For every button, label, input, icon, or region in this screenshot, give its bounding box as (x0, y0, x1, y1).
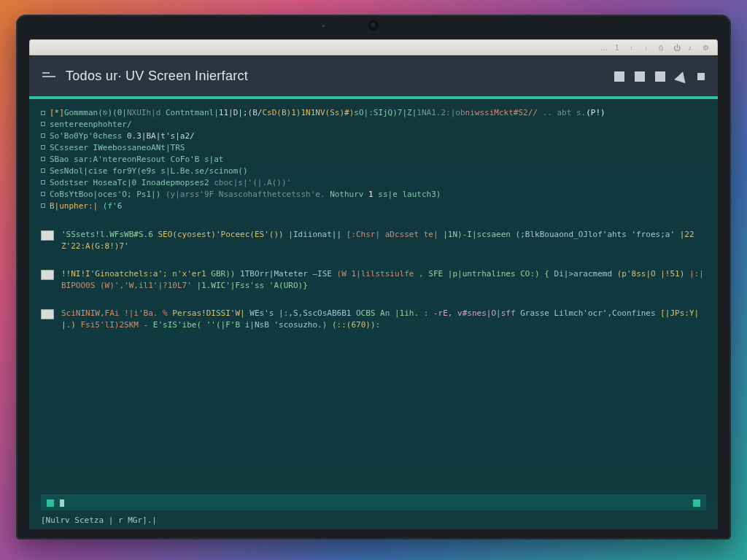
os-titlebar: … 1 ↑ ↓ ⎙ ⏻ ♪ ⚙ (29, 39, 718, 55)
output-line: So'Bo0Yp'0chess 0.3|BA|t's|a2/ (41, 131, 706, 142)
camera-icon (370, 22, 377, 29)
token: 1NA1.2:|ob (417, 108, 465, 117)
app-header: Todos ur· UV Screen Inierfarct (29, 55, 718, 96)
token: Sodstser HoseaTc|0 Inoadepmopses2 (50, 178, 214, 187)
output-line: sentereenphohter/ (41, 119, 706, 131)
entry-chip-icon[interactable] (41, 230, 54, 241)
entry-text: 'SSsets!l.WFsWB#S.6 SEO(cyosest)'Poceec(… (61, 229, 706, 252)
token: B|unpher:| (50, 201, 103, 211)
token: SCsseser IWeebossaneoANt|TRS (50, 143, 185, 152)
token: sentereenphohter/ (50, 120, 132, 129)
header-arrow-button[interactable] (674, 69, 689, 82)
token: (P!) (586, 108, 605, 117)
token: |1.WIC'|Fss'ss 'A(URO)} (192, 281, 308, 290)
os-indicator-icon: 1 (615, 44, 622, 51)
token: Nothurv (330, 190, 368, 199)
status-badge-icon (47, 499, 54, 507)
token: Fsi5'lI)2SKM (81, 320, 139, 330)
token: Grasse Lilmch'ocr',Coonfines (520, 308, 660, 318)
line-bullet-icon (41, 145, 45, 149)
token: .. abt s. (538, 108, 586, 117)
line-bullet-icon (41, 180, 45, 184)
os-indicator-icon: ⏻ (673, 44, 681, 51)
output-line: SesNdol|cise for9Y(e9s s|L.Be.se/scinom(… (41, 166, 706, 177)
output-line: CoBsYtBoo|oces'O; Ps1|) (y|arss'9F Nsasc… (41, 189, 706, 201)
token: !!NI!I'Ginoatchels:a'; n'x'er1 (61, 269, 211, 279)
os-indicator-icon: … (600, 44, 608, 51)
token: 1 (368, 190, 374, 199)
header-square-button[interactable] (655, 71, 665, 82)
line-bullet-icon (41, 133, 45, 138)
device-frame: … 1 ↑ ↓ ⎙ ⏻ ♪ ⚙ Todos ur· UV Screen Inie… (16, 15, 731, 540)
line-bullet-icon (41, 168, 45, 173)
token: So'Bo0Yp'0chess (50, 131, 127, 141)
token: [:Chsr| aDcsset te| (347, 230, 443, 239)
token: WEs's |:,S,SscOsAB6B1 (249, 308, 356, 318)
prompt-line: [Nulrv Scetza | r MGr].| (41, 515, 706, 526)
mic-dot-icon (322, 25, 325, 27)
token: (y|arss'9F Nsascohafthetcetssh'e. (166, 190, 330, 199)
top-output-block: [*]Gommman(⎋)(0|NXUIh|d Contntmanl|11|D|… (41, 107, 706, 211)
token: (f'6 (103, 201, 123, 211)
token: -rE, v#snes|O|sff (433, 308, 520, 318)
os-indicator-icon: ⚙ (703, 44, 710, 51)
output-line: B|unpher:| (f'6 (41, 201, 706, 212)
token: Gommman(⎋)(0| (64, 108, 127, 117)
line-bullet-icon (41, 111, 45, 115)
os-indicator-icon: ↑ (630, 44, 637, 51)
os-indicator-icon: ↓ (644, 44, 651, 51)
token: cboc|s|'(|.A())' (214, 178, 291, 187)
os-indicator-icon: ⎙ (659, 44, 666, 51)
token: Di|>aracmemd (554, 269, 617, 279)
token: [*] (50, 108, 64, 117)
token: SesNdol|cise for9Y(e9s s|L.Be.se/scinom(… (50, 166, 248, 176)
header-square-button[interactable] (635, 71, 645, 82)
token: SciNINIW,FAi !|i'Ba. % (61, 308, 172, 318)
token: 'SSsets!l.WFsWB#S.6 (61, 230, 158, 239)
token: ss|e lautch3) (374, 190, 441, 199)
token: NXUIh|d (127, 108, 160, 117)
header-square-button[interactable] (614, 71, 624, 82)
token: Contntmanl| (160, 108, 218, 117)
token: i|NsB 'scosuzho.) (245, 320, 332, 330)
output-line: [*]Gommman(⎋)(0|NXUIh|d Contntmanl|11|D|… (41, 107, 706, 119)
entries-block: 'SSsets!l.WFsWB#S.6 SEO(cyosest)'Poceec(… (41, 228, 706, 332)
output-line: SBao sar:A'ntereonResout CoFo'B s|at (41, 154, 706, 166)
entry-text: !!NI!I'Ginoatchels:a'; n'x'er1 GBR)) 1TB… (61, 268, 706, 292)
status-bar (41, 494, 706, 510)
list-item: 'SSsets!l.WFsWB#S.6 SEO(cyosest)'Poceec(… (41, 228, 706, 254)
entry-chip-icon[interactable] (41, 309, 54, 319)
app-title: Todos ur· UV Screen Inierfarct (66, 69, 248, 84)
token: 0.3|BA|t's|a2/ (127, 131, 195, 141)
token: Persas!DISSI'W| (172, 308, 249, 318)
header-small-button[interactable] (697, 73, 705, 80)
entry-chip-icon[interactable] (41, 270, 54, 280)
token: OCBS An |1ih. : (356, 308, 433, 318)
window-controls (614, 71, 705, 82)
list-item: !!NI!I'Ginoatchels:a'; n'x'er1 GBR)) 1TB… (41, 267, 706, 293)
entry-text: SciNINIW,FAi !|i'Ba. % Persas!DISSI'W| W… (61, 308, 706, 331)
token: (p'8ss|O |!51) (617, 269, 689, 279)
token: SFE |p|untrhalines CO:) { (424, 269, 554, 279)
status-caret-icon (60, 499, 64, 507)
line-bullet-icon (41, 122, 45, 126)
token: SBao sar:A'ntereonResout CoFo'B s|at (50, 155, 223, 164)
token: SEO(cyosest)'Poceec(ES'()) (158, 230, 288, 239)
os-indicator-icon: ♪ (688, 44, 695, 51)
line-bullet-icon (41, 203, 45, 208)
token: (;BlkBouaond_OJlof'ahts 'froes;a' (516, 230, 680, 239)
token: (::(670)): (332, 320, 380, 330)
token: CoBsYtBoo|oces'O; Ps1|) (50, 190, 166, 199)
token: niwssiMckt#S2// (465, 108, 538, 117)
token: CsD(B)1)1N1NV(Ss)#) (262, 108, 354, 117)
menu-icon[interactable] (42, 76, 55, 77)
line-bullet-icon (41, 192, 45, 196)
token: (W 1|lilstsiulfe , (337, 269, 424, 279)
list-item: SciNINIW,FAi !|i'Ba. % Persas!DISSI'W| W… (41, 306, 706, 332)
token: GBR)) (211, 269, 240, 279)
app-window: Todos ur· UV Screen Inierfarct [*]Gommma… (29, 55, 718, 529)
token: - E'sIS'ibe( ''(|F'B (139, 320, 245, 330)
terminal-pane[interactable]: [*]Gommman(⎋)(0|NXUIh|d Contntmanl|11|D|… (29, 99, 718, 529)
line-bullet-icon (41, 157, 45, 161)
token: |Idiionat|| (288, 230, 346, 239)
